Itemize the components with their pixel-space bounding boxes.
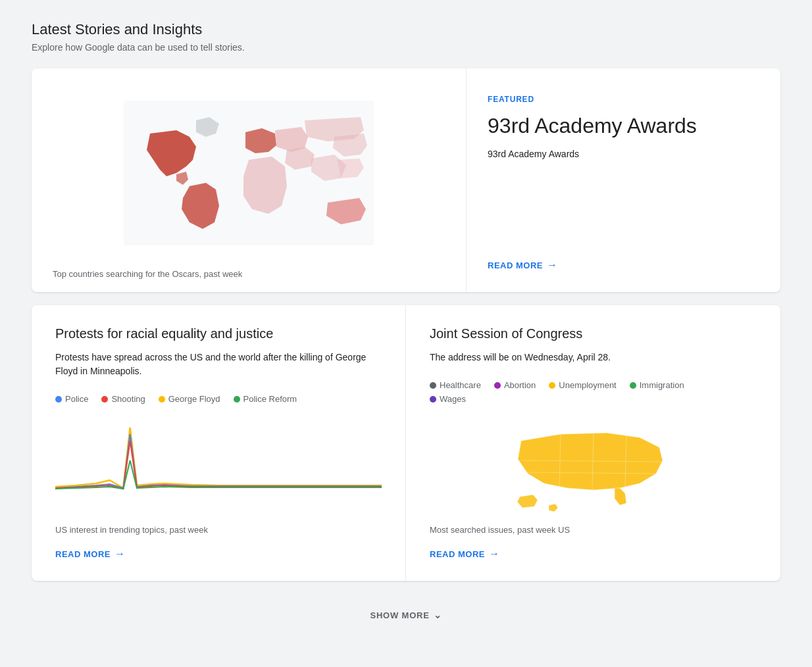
legend-wages: Wages	[430, 394, 466, 404]
legend-healthcare: Healthcare	[430, 380, 481, 390]
congress-read-more-link[interactable]: READ MORE →	[430, 548, 757, 560]
protests-chart	[55, 414, 382, 520]
police-reform-label: Police Reform	[243, 394, 297, 404]
congress-read-more-label: READ MORE	[430, 549, 485, 559]
immigration-dot	[630, 382, 636, 389]
congress-legend: Healthcare Abortion Unemployment Immigra…	[430, 380, 757, 390]
protests-read-more-link[interactable]: READ MORE →	[55, 548, 382, 560]
police-dot	[55, 396, 62, 403]
page-subtitle: Explore how Google data can be used to t…	[32, 42, 780, 53]
legend-immigration: Immigration	[630, 380, 684, 390]
police-reform-dot	[234, 396, 240, 403]
world-map	[53, 89, 445, 256]
featured-card: Top countries searching for the Oscars, …	[32, 68, 780, 292]
wages-dot	[430, 396, 436, 403]
featured-read-more-label: READ MORE	[488, 260, 543, 270]
featured-title: 93rd Academy Awards	[488, 113, 754, 138]
healthcare-dot	[430, 382, 436, 389]
featured-read-more-link[interactable]: READ MORE →	[488, 259, 557, 271]
legend-police-reform: Police Reform	[234, 394, 297, 404]
shooting-dot	[101, 396, 108, 403]
healthcare-label: Healthcare	[440, 380, 481, 390]
abortion-dot	[494, 382, 501, 389]
immigration-label: Immigration	[640, 380, 684, 390]
legend-abortion: Abortion	[494, 380, 536, 390]
congress-description: The address will be on Wednesday, April …	[430, 351, 757, 364]
protests-description: Protests have spread across the US and t…	[55, 351, 382, 378]
protests-read-more-label: READ MORE	[55, 549, 111, 559]
show-more-label: SHOW MORE	[370, 610, 429, 620]
featured-label: FEATURED	[488, 95, 754, 104]
featured-card-left: Top countries searching for the Oscars, …	[32, 68, 466, 292]
legend-police: Police	[55, 394, 88, 404]
arrow-right-icon-protests: →	[114, 548, 126, 560]
legend-shooting: Shooting	[101, 394, 145, 404]
abortion-label: Abortion	[504, 380, 536, 390]
chevron-down-icon: ⌄	[434, 610, 442, 620]
show-more-bar: SHOW MORE ⌄	[32, 597, 780, 633]
featured-description: 93rd Academy Awards	[488, 149, 754, 159]
us-map	[430, 414, 757, 520]
unemployment-label: Unemployment	[559, 380, 616, 390]
congress-legend-row2: Wages	[430, 394, 757, 404]
arrow-right-icon-congress: →	[489, 548, 500, 560]
protests-card: Protests for racial equality and justice…	[32, 305, 406, 581]
world-map-caption: Top countries searching for the Oscars, …	[53, 269, 445, 279]
show-more-button[interactable]: SHOW MORE ⌄	[370, 610, 442, 620]
protests-title: Protests for racial equality and justice	[55, 326, 382, 341]
congress-title: Joint Session of Congress	[430, 326, 757, 341]
featured-card-right: FEATURED 93rd Academy Awards 93rd Academ…	[466, 68, 780, 292]
congress-map-caption: Most searched issues, past week US	[430, 525, 757, 535]
george-floyd-label: George Floyd	[168, 394, 220, 404]
congress-card: Joint Session of Congress The address wi…	[406, 305, 780, 581]
page-title: Latest Stories and Insights	[32, 21, 780, 38]
shooting-label: Shooting	[111, 394, 145, 404]
george-floyd-dot	[159, 396, 165, 403]
legend-george-floyd: George Floyd	[159, 394, 220, 404]
legend-unemployment: Unemployment	[549, 380, 616, 390]
protests-chart-caption: US interest in trending topics, past wee…	[55, 525, 382, 535]
protests-legend: Police Shooting George Floyd Police Refo…	[55, 394, 382, 404]
wages-label: Wages	[440, 394, 466, 404]
two-col-row: Protests for racial equality and justice…	[32, 305, 780, 581]
police-label: Police	[65, 394, 88, 404]
arrow-right-icon: →	[547, 259, 558, 271]
unemployment-dot	[549, 382, 555, 389]
